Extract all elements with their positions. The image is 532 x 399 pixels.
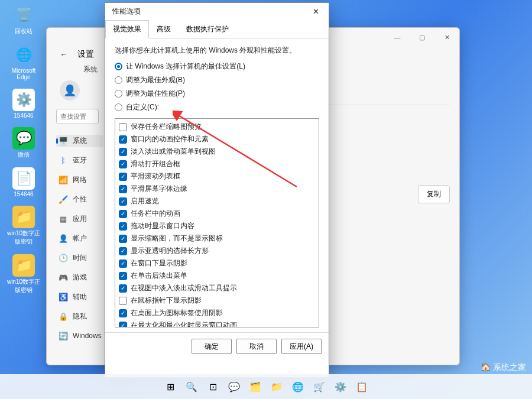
visual-effects-list[interactable]: 保存任务栏缩略图预览✓窗口内的动画控件和元素✓淡入淡出或滑动菜单到视图✓滑动打开…: [115, 118, 319, 327]
checkbox-icon: ✓: [119, 322, 127, 328]
radio-option[interactable]: 调整为最佳性能(P): [115, 89, 319, 99]
sidebar-item[interactable]: 🎮游戏: [56, 271, 103, 284]
checkbox-icon: ✓: [119, 247, 127, 255]
nav-icon: 📶: [59, 176, 68, 185]
checkbox-row[interactable]: ✓在窗口下显示阴影: [119, 258, 315, 269]
desktop-icon[interactable]: 🗑️回收站: [6, 4, 41, 35]
taskbar-icon[interactable]: 🗂️: [247, 378, 264, 395]
checkbox-icon: ✓: [119, 160, 127, 168]
desktop-icon[interactable]: 🌐Microsoft Edge: [6, 44, 41, 80]
back-button[interactable]: ←: [56, 47, 72, 62]
sidebar-item[interactable]: 👤帐户: [56, 232, 103, 245]
nav-icon: ᛒ: [59, 156, 68, 166]
checkbox-label: 窗口内的动画控件和元素: [131, 134, 209, 144]
checkbox-label: 在单击后淡出菜单: [131, 271, 187, 281]
nav-icon: 🔒: [59, 312, 68, 322]
radio-option[interactable]: 让 Windows 选择计算机的最佳设置(L): [115, 61, 319, 72]
avatar[interactable]: 👤: [60, 80, 80, 100]
perf-tab[interactable]: 数据执行保护: [179, 20, 236, 38]
checkbox-row[interactable]: ✓在桌面上为图标标签使用阴影: [119, 307, 315, 319]
taskbar-icon[interactable]: 📁: [268, 378, 285, 395]
checkbox-row[interactable]: ✓显示亚透明的选择长方形: [119, 245, 315, 257]
cancel-button[interactable]: 取消: [236, 339, 277, 354]
sidebar-item[interactable]: 🖌️个性: [56, 193, 103, 206]
desktop-icon[interactable]: ⚙️154646: [6, 89, 41, 119]
checkbox-icon: ✓: [119, 272, 127, 280]
checkbox-icon: ✓: [119, 173, 127, 181]
sidebar-item[interactable]: ᛒ蓝牙: [56, 154, 103, 167]
taskbar-icon[interactable]: 💬: [226, 378, 242, 395]
checkbox-icon: ✓: [119, 197, 127, 206]
taskbar-icon[interactable]: 🔍: [183, 378, 200, 395]
checkbox-label: 在鼠标指针下显示阴影: [131, 296, 202, 306]
sidebar-item[interactable]: 🔒隐私: [56, 310, 103, 323]
checkbox-row[interactable]: ✓任务栏中的动画: [119, 208, 315, 219]
perf-tabs: 视觉效果高级数据执行保护: [105, 20, 329, 38]
checkbox-row[interactable]: 在鼠标指针下显示阴影: [119, 295, 315, 306]
taskbar-icon[interactable]: ⊡: [205, 378, 221, 395]
checkbox-row[interactable]: ✓显示缩略图，而不是显示图标: [119, 233, 315, 244]
settings-max-button[interactable]: ▢: [410, 28, 434, 47]
settings-close-button[interactable]: ✕: [434, 28, 459, 47]
desktop-icon[interactable]: 💬微信: [6, 127, 41, 159]
radio-option[interactable]: 调整为最佳外观(B): [115, 75, 319, 85]
checkbox-row[interactable]: ✓平滑屏幕字体边缘: [119, 183, 315, 194]
sidebar-item[interactable]: 📶网络: [56, 174, 103, 186]
sidebar-item[interactable]: 🕒时间: [56, 252, 103, 264]
dialog-title: 性能选项: [112, 7, 141, 17]
desktop-icon[interactable]: 📄154646: [6, 167, 41, 197]
desktop-icon[interactable]: 📁win10数字正版密钥: [6, 254, 41, 294]
nav-icon: 🖌️: [59, 195, 68, 205]
radio-label: 调整为最佳性能(P): [126, 89, 185, 99]
desktop-icon[interactable]: 📁win10数字正版密钥: [6, 206, 41, 246]
checkbox-row[interactable]: ✓在最大化和最小化时显示窗口动画: [119, 320, 315, 327]
checkbox-row[interactable]: ✓淡入淡出或滑动菜单到视图: [119, 146, 315, 157]
checkbox-row[interactable]: ✓在单击后淡出菜单: [119, 270, 315, 281]
taskbar-icon[interactable]: ⊞: [162, 378, 179, 395]
nav-label: Windows: [73, 332, 102, 340]
taskbar-icon[interactable]: 🌐: [290, 378, 306, 395]
checkbox-row[interactable]: ✓拖动时显示窗口内容: [119, 220, 315, 232]
checkbox-label: 淡入淡出或滑动菜单到视图: [131, 147, 216, 157]
checkbox-label: 在视图中淡入淡出或滑动工具提示: [131, 283, 237, 293]
perf-tab[interactable]: 视觉效果: [105, 20, 149, 38]
perf-tab[interactable]: 高级: [149, 20, 179, 38]
settings-min-button[interactable]: —: [385, 28, 410, 47]
nav-label: 网络: [73, 175, 87, 185]
nav-label: 时间: [73, 253, 87, 263]
checkbox-row[interactable]: ✓滑动打开组合框: [119, 158, 315, 170]
checkbox-row[interactable]: ✓启用速览: [119, 196, 315, 207]
checkbox-label: 显示亚透明的选择长方形: [131, 246, 209, 256]
checkbox-row[interactable]: ✓在视图中淡入淡出或滑动工具提示: [119, 283, 315, 294]
checkbox-row[interactable]: 保存任务栏缩略图预览: [119, 121, 315, 132]
taskbar-icon[interactable]: 🛒: [311, 378, 327, 395]
nav-icon: ♿: [59, 293, 68, 302]
sidebar-item[interactable]: 🔄Windows: [56, 330, 103, 342]
performance-options-dialog: 性能选项 ✕ 视觉效果高级数据执行保护 选择你想在此计算机上使用的 Window…: [105, 2, 329, 378]
sidebar-item[interactable]: ▦应用: [56, 213, 103, 225]
taskbar-icon[interactable]: 📋: [353, 378, 370, 395]
radio-group: 让 Windows 选择计算机的最佳设置(L)调整为最佳外观(B)调整为最佳性能…: [115, 61, 319, 112]
checkbox-label: 拖动时显示窗口内容: [131, 221, 194, 231]
apply-button[interactable]: 应用(A): [281, 339, 322, 354]
checkbox-row[interactable]: ✓平滑滚动列表框: [119, 171, 315, 182]
search-input[interactable]: 查找设置: [56, 109, 99, 124]
radio-label: 自定义(C):: [126, 102, 159, 112]
checkbox-icon: ✓: [119, 210, 127, 218]
taskbar-icon[interactable]: ⚙️: [332, 378, 349, 395]
sidebar-item[interactable]: ♿辅助: [56, 291, 103, 303]
checkbox-icon: ✓: [119, 235, 127, 243]
dialog-close-button[interactable]: ✕: [306, 4, 325, 18]
checkbox-label: 显示缩略图，而不是显示图标: [131, 233, 223, 244]
ok-button[interactable]: 确定: [192, 339, 232, 354]
radio-option[interactable]: 自定义(C):: [115, 102, 319, 112]
nav-icon: 🔄: [59, 331, 68, 340]
copy-button[interactable]: 复制: [418, 185, 450, 203]
checkbox-label: 在最大化和最小化时显示窗口动画: [131, 320, 237, 327]
sidebar-item[interactable]: 🖥️系统: [56, 135, 103, 147]
nav-label: 系统: [73, 136, 87, 146]
checkbox-icon: ✓: [119, 309, 127, 317]
settings-title: 设置: [77, 49, 94, 60]
checkbox-label: 滑动打开组合框: [131, 159, 180, 169]
checkbox-row[interactable]: ✓窗口内的动画控件和元素: [119, 134, 315, 145]
